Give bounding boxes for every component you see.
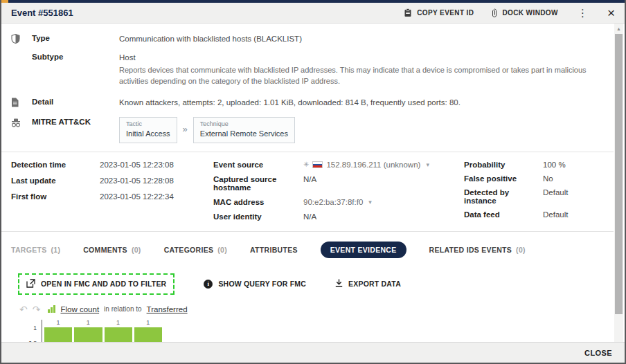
captured-hostname-label: Captured source hostname	[213, 175, 303, 192]
tab-targets[interactable]: TARGETS(1)	[11, 246, 60, 254]
chart-bar[interactable]	[44, 327, 72, 342]
chart-dimension-link[interactable]: Transferred	[147, 305, 188, 313]
chevron-double-icon: »	[183, 123, 188, 136]
chart-bar[interactable]	[105, 327, 132, 342]
first-flow-row: First flow 2023-01-05 12:22:34	[11, 192, 213, 201]
vertical-scrollbar[interactable]: ▲	[614, 24, 623, 342]
bar-column: 1	[74, 327, 102, 342]
dialog-footer: CLOSE	[1, 342, 625, 363]
detection-time-value: 2023-01-05 12:23:08	[100, 161, 174, 169]
type-row: Type Communication with blacklisted host…	[11, 30, 614, 49]
chart-metric-link[interactable]: Flow count	[60, 305, 99, 313]
dialog-header: Event #551861 COPY EVENT ID DOCK WINDOW …	[1, 3, 625, 24]
bar-value-label: 1	[134, 319, 162, 326]
export-data-label: EXPORT DATA	[348, 280, 401, 288]
subtype-value: Host Reports devices that communicate wi…	[119, 52, 614, 87]
mitre-tactic-value: Initial Access	[126, 129, 170, 140]
show-query-label: SHOW QUERY FOR FMC	[218, 280, 306, 288]
event-source-row: Event source ✳ 152.89.196.211 (unknown) …	[213, 161, 464, 169]
captured-hostname-row: Captured source hostname N/A	[213, 175, 464, 192]
chart-toolbar: ↶ ↷ Flow count in relation to Transferre…	[19, 304, 614, 314]
close-button[interactable]: CLOSE	[584, 349, 612, 357]
download-icon	[335, 279, 343, 289]
bar-value-label: 1	[44, 319, 72, 326]
evidence-actions: OPEN IN FMC AND ADD TO FILTER i SHOW QUE…	[18, 273, 614, 295]
mitre-label: MITRE ATT&CK	[32, 117, 119, 126]
mitre-chain: Tactic Initial Access » Technique Extern…	[119, 117, 596, 143]
chart-bar[interactable]	[134, 327, 162, 342]
assessment-column: Probability 100 % False positive No Dete…	[464, 161, 614, 227]
bar-column: 1	[134, 327, 162, 342]
event-source-value[interactable]: ✳ 152.89.196.211 (unknown) ▾	[303, 161, 429, 169]
detected-by-instance-row: Detected by instance Default	[464, 188, 608, 205]
bar-value-label: 1	[105, 319, 132, 326]
bar-column: 1	[44, 327, 72, 342]
header-actions: COPY EVENT ID DOCK WINDOW ⋮ ×	[404, 6, 615, 19]
tab-comments[interactable]: COMMENTS(0)	[83, 246, 141, 254]
scroll-up-icon[interactable]: ▲	[614, 24, 623, 33]
copy-event-id-button[interactable]: COPY EVENT ID	[404, 8, 474, 17]
user-identity-label: User identity	[213, 212, 303, 221]
open-in-fmc-button[interactable]: OPEN IN FMC AND ADD TO FILTER	[26, 279, 166, 289]
mac-address-value[interactable]: 90:e2:ba:37:8f:f0 ▾	[303, 198, 372, 206]
detected-by-instance-label: Detected by instance	[464, 188, 543, 205]
mac-address-label: MAC address	[213, 198, 303, 206]
more-options-icon[interactable]: ⋮	[576, 8, 589, 18]
probability-label: Probability	[464, 161, 543, 169]
scrollbar-thumb[interactable]	[615, 34, 623, 314]
source-column: Event source ✳ 152.89.196.211 (unknown) …	[213, 161, 464, 227]
chevron-down-icon[interactable]: ▾	[426, 161, 429, 168]
first-flow-value: 2023-01-05 12:22:34	[100, 192, 174, 201]
paperclip-icon	[492, 8, 497, 18]
mitre-tactic-chip[interactable]: Tactic Initial Access	[119, 117, 177, 143]
bar-value-label: 1	[74, 319, 102, 326]
event-source-label: Event source	[213, 161, 303, 169]
probability-value: 100 %	[543, 161, 566, 169]
type-label: Type	[32, 33, 119, 42]
tab-related-ids-events[interactable]: RELATED IDS EVENTS(0)	[429, 246, 526, 254]
data-feed-label: Data feed	[464, 210, 543, 219]
open-in-fmc-label: OPEN IN FMC AND ADD TO FILTER	[41, 280, 166, 288]
tab-attributes[interactable]: ATTRIBUTES	[250, 246, 298, 254]
detection-time-label: Detection time	[11, 161, 100, 169]
mitre-technique-chip[interactable]: Technique External Remote Services	[193, 117, 295, 143]
chart-plot-area: 1 1 1 1	[42, 320, 165, 342]
mac-address-text: 90:e2:ba:37:8f:f0	[303, 198, 363, 206]
tab-categories[interactable]: CATEGORIES(0)	[164, 246, 227, 254]
first-flow-label: First flow	[11, 192, 100, 201]
data-feed-value: Default	[543, 210, 568, 219]
export-data-button[interactable]: EXPORT DATA	[335, 279, 401, 289]
type-value: Communication with blacklisted hosts (BL…	[119, 33, 614, 45]
undo-icon[interactable]: ↶	[19, 304, 28, 314]
mitre-technique-caption: Technique	[200, 120, 288, 129]
captured-hostname-value: N/A	[303, 175, 316, 183]
country-flag-icon	[312, 161, 323, 168]
detection-time-row: Detection time 2023-01-05 12:23:08	[11, 161, 213, 169]
bar-column: 1	[105, 327, 132, 342]
tab-event-evidence[interactable]: EVENT EVIDENCE	[321, 242, 406, 258]
page-title: Event #551861	[11, 8, 73, 18]
event-source-ip: 152.89.196.211 (unknown)	[326, 161, 420, 169]
user-identity-row: User identity N/A	[213, 212, 464, 221]
data-feed-row: Data feed Default	[464, 210, 608, 219]
redo-icon[interactable]: ↷	[33, 304, 41, 314]
shield-icon	[11, 33, 32, 46]
subtype-row: Subtype Host Reports devices that commun…	[11, 49, 614, 90]
last-update-row: Last update 2023-01-05 12:28:08	[11, 176, 213, 185]
false-positive-label: False positive	[464, 174, 543, 183]
y-tick: 1	[33, 325, 37, 331]
false-positive-value: No	[543, 174, 553, 183]
chevron-down-icon[interactable]: ▾	[368, 199, 372, 206]
clipboard-icon	[404, 8, 412, 17]
detail-row: Detail Known attackers, attempts: 2, upl…	[11, 94, 614, 113]
bar-chart-icon	[48, 305, 55, 313]
chart-bar[interactable]	[74, 327, 102, 342]
open-in-fmc-highlight: OPEN IN FMC AND ADD TO FILTER	[18, 273, 175, 295]
chart-y-axis: 0 0.2 0.4 0.6 0.8 1	[22, 328, 42, 342]
external-link-icon	[26, 279, 35, 289]
show-query-for-fmc-button[interactable]: i SHOW QUERY FOR FMC	[204, 280, 306, 289]
close-icon[interactable]: ×	[607, 6, 615, 19]
detail-label: Detail	[32, 97, 119, 106]
dock-window-button[interactable]: DOCK WINDOW	[492, 8, 558, 18]
detected-by-instance-value: Default	[543, 188, 568, 197]
